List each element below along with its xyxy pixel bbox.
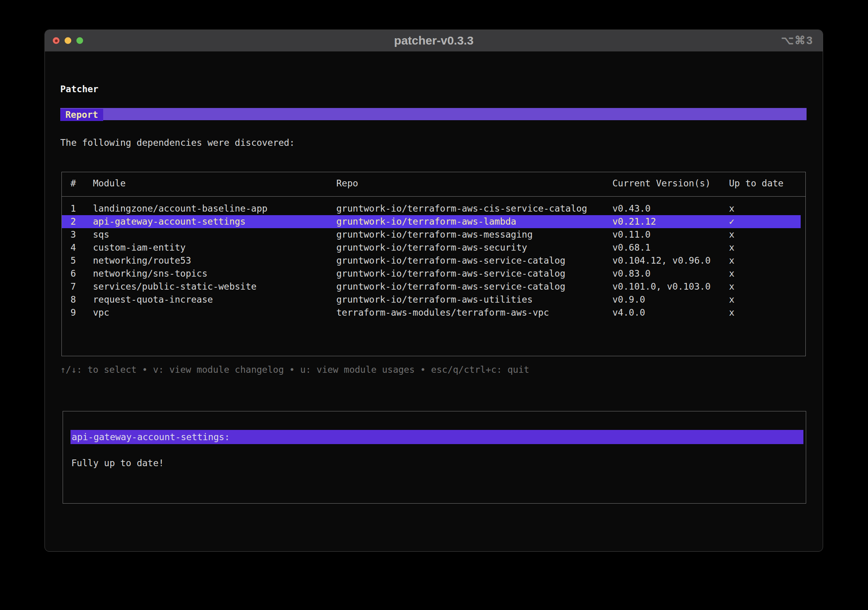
detail-title-bar: api-gateway-account-settings:: [70, 430, 803, 444]
header-module: Module: [93, 177, 336, 190]
cell-module: api-gateway-account-settings: [93, 215, 336, 228]
cell-version: v0.104.12, v0.96.0: [612, 254, 729, 267]
cell-index: 6: [70, 267, 93, 280]
terminal-window: patcher-v0.3.3 ⌥⌘3 Patcher Report The fo…: [45, 30, 823, 552]
tab-report[interactable]: Report: [60, 109, 103, 121]
cell-index: 3: [70, 228, 93, 241]
tab-bar: Report: [60, 108, 807, 120]
cell-index: 7: [70, 280, 93, 293]
cell-up-to-date: x: [729, 254, 805, 267]
cell-index: 4: [70, 241, 93, 254]
terminal-content: Patcher Report The following dependencie…: [45, 52, 823, 551]
cell-repo: gruntwork-io/terraform-aws-service-catal…: [336, 280, 612, 293]
cell-repo: gruntwork-io/terraform-aws-service-catal…: [336, 267, 612, 280]
cell-module: request-quota-increase: [93, 293, 336, 306]
cell-version: v0.21.12: [612, 215, 729, 228]
table-row[interactable]: 3 sqs gruntwork-io/terraform-aws-messagi…: [62, 228, 805, 241]
detail-panel: api-gateway-account-settings: Fully up t…: [63, 411, 806, 504]
cell-version: v0.11.0: [612, 228, 729, 241]
cell-repo: gruntwork-io/terraform-aws-messaging: [336, 228, 612, 241]
cell-repo: gruntwork-io/terraform-aws-utilities: [336, 293, 612, 306]
dep-table-body: 1 landingzone/account-baseline-app grunt…: [62, 197, 805, 319]
app-heading: Patcher: [60, 82, 98, 96]
cell-module: networking/route53: [93, 254, 336, 267]
cell-module: networking/sns-topics: [93, 267, 336, 280]
cell-module: vpc: [93, 306, 336, 319]
table-row[interactable]: 6 networking/sns-topics gruntwork-io/ter…: [62, 267, 805, 280]
table-row[interactable]: 8 request-quota-increase gruntwork-io/te…: [62, 293, 805, 306]
table-row[interactable]: 7 services/public-static-website gruntwo…: [62, 280, 805, 293]
table-row[interactable]: 5 networking/route53 gruntwork-io/terraf…: [62, 254, 805, 267]
cell-index: 1: [70, 202, 93, 215]
cell-index: 8: [70, 293, 93, 306]
cell-index: 9: [70, 306, 93, 319]
cell-version: v4.0.0: [612, 306, 729, 319]
cell-repo: gruntwork-io/terraform-aws-cis-service-c…: [336, 202, 612, 215]
cell-repo: gruntwork-io/terraform-aws-lambda: [336, 215, 612, 228]
cell-index: 2: [70, 215, 93, 228]
cell-version: v0.43.0: [612, 202, 729, 215]
cell-module: custom-iam-entity: [93, 241, 336, 254]
cell-index: 5: [70, 254, 93, 267]
table-row[interactable]: 2 api-gateway-account-settings gruntwork…: [62, 215, 801, 228]
cell-up-to-date: x: [729, 267, 805, 280]
cell-up-to-date: ✓: [729, 215, 801, 228]
table-row[interactable]: 1 landingzone/account-baseline-app grunt…: [62, 202, 805, 215]
cell-module: sqs: [93, 228, 336, 241]
header-repo: Repo: [336, 177, 612, 190]
header-version: Current Version(s): [612, 177, 729, 190]
dependency-table: # Module Repo Current Version(s) Up to d…: [61, 172, 806, 356]
cell-version: v0.83.0: [612, 267, 729, 280]
table-row[interactable]: 4 custom-iam-entity gruntwork-io/terrafo…: [62, 241, 805, 254]
table-row[interactable]: 9 vpc terraform-aws-modules/terraform-aw…: [62, 306, 805, 319]
cell-up-to-date: x: [729, 306, 805, 319]
cell-version: v0.9.0: [612, 293, 729, 306]
intro-text: The following dependencies were discover…: [60, 136, 295, 149]
cell-version: v0.68.1: [612, 241, 729, 254]
cell-up-to-date: x: [729, 202, 805, 215]
keybinding-help: ↑/↓: to select • v: view module changelo…: [60, 363, 529, 376]
cell-up-to-date: x: [729, 293, 805, 306]
window-title: patcher-v0.3.3: [45, 30, 823, 51]
cell-module: services/public-static-website: [93, 280, 336, 293]
cell-up-to-date: x: [729, 241, 805, 254]
cell-repo: terraform-aws-modules/terraform-aws-vpc: [336, 306, 612, 319]
detail-status-text: Fully up to date!: [71, 456, 806, 470]
header-index: #: [70, 177, 93, 190]
title-bar[interactable]: patcher-v0.3.3 ⌥⌘3: [45, 30, 823, 52]
cell-up-to-date: x: [729, 280, 805, 293]
cell-version: v0.101.0, v0.103.0: [612, 280, 729, 293]
window-shortcut-badge: ⌥⌘3: [781, 30, 813, 51]
cell-repo: gruntwork-io/terraform-aws-service-catal…: [336, 254, 612, 267]
table-header-row: # Module Repo Current Version(s) Up to d…: [62, 172, 805, 197]
cell-repo: gruntwork-io/terraform-aws-security: [336, 241, 612, 254]
cell-module: landingzone/account-baseline-app: [93, 202, 336, 215]
header-up-to-date: Up to date: [729, 177, 805, 190]
cell-up-to-date: x: [729, 228, 805, 241]
